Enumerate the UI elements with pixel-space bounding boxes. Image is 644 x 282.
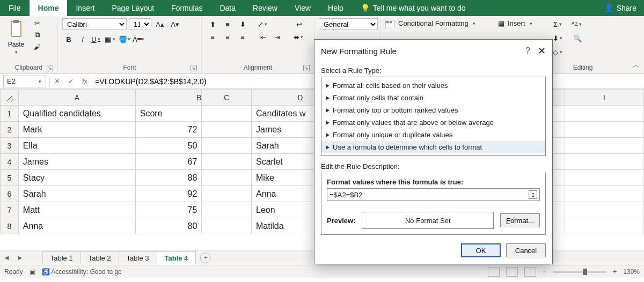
rule-type-list[interactable]: Format all cells based on their values F…: [321, 77, 546, 156]
find-select-button[interactable]: 🔍: [570, 32, 585, 44]
cancel-formula-button[interactable]: ✕: [50, 77, 64, 85]
status-ready: Ready: [4, 268, 23, 276]
tab-review[interactable]: Review: [244, 0, 286, 16]
sheet-tab-4[interactable]: Table 4: [157, 251, 196, 265]
sheet-tab-1[interactable]: Table 1: [42, 251, 81, 264]
cancel-button[interactable]: Cancel: [506, 243, 546, 257]
menu-tabs: File Home Insert Page Layout Formulas Da…: [0, 0, 644, 16]
copy-button[interactable]: ⧉: [31, 30, 43, 40]
zoom-out-button[interactable]: −: [543, 268, 546, 276]
font-launcher[interactable]: ↘: [191, 65, 197, 71]
alignment-group-label: Alignment: [244, 64, 272, 71]
view-normal-button[interactable]: [488, 267, 500, 277]
cells-insert-button[interactable]: ▦ Insert▾: [498, 19, 541, 27]
align-middle-button[interactable]: ≡: [221, 18, 234, 30]
tab-formulas[interactable]: Formulas: [163, 0, 211, 16]
orientation-button[interactable]: ⤢▾: [257, 18, 269, 30]
cut-button[interactable]: ✂: [31, 18, 43, 28]
tab-page-layout[interactable]: Page Layout: [103, 0, 163, 16]
rule-formula-input[interactable]: =$A2=$B2 ↥: [327, 188, 540, 201]
share-button[interactable]: 👤Share: [597, 0, 644, 16]
align-top-button[interactable]: ⬆: [206, 18, 219, 30]
tab-help[interactable]: Help: [319, 0, 352, 16]
conditional-formatting-button[interactable]: Conditional Formatting▾: [385, 19, 489, 27]
tab-data[interactable]: Data: [211, 0, 244, 16]
zoom-in-button[interactable]: +: [613, 268, 617, 276]
increase-font-button[interactable]: A▴: [153, 18, 166, 30]
sheet-nav-next[interactable]: ►: [13, 254, 27, 262]
tab-insert[interactable]: Insert: [67, 0, 103, 16]
new-sheet-button[interactable]: +: [200, 253, 211, 263]
autosum-button[interactable]: Σ▾: [550, 18, 567, 30]
font-group-label: Font: [123, 64, 136, 71]
zoom-slider[interactable]: [553, 271, 606, 273]
record-macro-icon[interactable]: ▣: [30, 268, 35, 276]
arrow-icon: [326, 96, 330, 100]
rule-type-item[interactable]: Format only values that are above or bel…: [321, 116, 545, 129]
bold-button[interactable]: B: [62, 33, 75, 45]
paste-button[interactable]: Paste ▾: [4, 18, 28, 55]
col-header-A[interactable]: A: [18, 90, 135, 106]
enter-formula-button[interactable]: ✓: [64, 77, 78, 85]
view-page-break-button[interactable]: [524, 267, 536, 277]
increase-indent-button[interactable]: ⇥: [270, 31, 283, 43]
font-name-select[interactable]: Calibri: [62, 18, 127, 30]
rule-type-item[interactable]: Format all cells based on their values: [321, 79, 545, 92]
col-header-I[interactable]: I: [565, 90, 643, 106]
name-box[interactable]: E2▾: [3, 76, 46, 87]
sheet-nav-prev[interactable]: ◄: [0, 254, 13, 262]
alignment-launcher[interactable]: ↘: [303, 65, 310, 71]
align-bottom-button[interactable]: ⬇: [236, 18, 249, 30]
view-page-layout-button[interactable]: [506, 267, 518, 277]
status-bar: Ready ▣ ♿ Accessibility: Good to go − + …: [0, 265, 644, 278]
align-center-button[interactable]: ≡: [221, 31, 234, 43]
underline-button[interactable]: U▾: [90, 33, 103, 45]
clipboard-group-label: Clipboard: [15, 64, 42, 71]
svg-rect-1: [13, 20, 19, 23]
clipboard-launcher[interactable]: ↘: [47, 65, 53, 71]
rule-type-item[interactable]: Format only top or bottom ranked values: [321, 104, 545, 116]
arrow-icon: [326, 108, 330, 113]
sort-filter-button[interactable]: ᴬZ▾: [570, 18, 585, 30]
dialog-help-button[interactable]: ?: [525, 46, 530, 56]
col-header-C[interactable]: C: [202, 90, 252, 106]
decrease-indent-button[interactable]: ⇤: [257, 31, 269, 43]
fx-button[interactable]: fx: [78, 77, 92, 85]
tab-file[interactable]: File: [0, 0, 30, 16]
align-left-button[interactable]: ≡: [206, 31, 219, 43]
select-all-corner[interactable]: ◿: [1, 90, 19, 106]
font-color-button[interactable]: A▾: [132, 33, 145, 45]
range-picker-button[interactable]: ↥: [529, 190, 537, 199]
align-right-button[interactable]: ≡: [236, 31, 249, 43]
wrap-text-button[interactable]: ↩: [290, 18, 308, 30]
dialog-close-button[interactable]: ✕: [538, 45, 546, 57]
number-format-select[interactable]: General: [319, 18, 378, 30]
insert-cells-icon: ▦: [498, 19, 504, 27]
ok-button[interactable]: OK: [461, 243, 501, 257]
tab-view[interactable]: View: [286, 0, 319, 16]
format-button[interactable]: Format...: [500, 213, 540, 227]
font-size-select[interactable]: 11: [129, 18, 151, 30]
col-header-B[interactable]: B: [135, 90, 202, 106]
border-button[interactable]: ▦▾: [104, 33, 117, 45]
collapse-ribbon-button[interactable]: ︿: [632, 61, 640, 70]
edit-rule-desc-label: Edit the Rule Description:: [321, 162, 546, 170]
merge-center-button[interactable]: ⬌▾: [290, 31, 308, 43]
svg-rect-3: [386, 21, 389, 23]
rule-type-item[interactable]: Format only cells that contain: [321, 92, 545, 104]
tab-home[interactable]: Home: [30, 0, 68, 16]
rule-type-item-selected[interactable]: Use a formula to determine which cells t…: [321, 141, 545, 153]
sheet-tab-3[interactable]: Table 3: [119, 251, 157, 264]
format-painter-button[interactable]: 🖌: [31, 42, 43, 51]
italic-button[interactable]: I: [76, 33, 89, 45]
arrow-icon: [326, 84, 330, 88]
rule-type-item[interactable]: Format only unique or duplicate values: [321, 129, 545, 141]
clipboard-icon: [7, 18, 25, 40]
decrease-font-button[interactable]: A▾: [169, 18, 181, 30]
accessibility-status[interactable]: ♿ Accessibility: Good to go: [42, 268, 122, 276]
preview-label: Preview:: [327, 217, 355, 225]
zoom-level[interactable]: 130%: [623, 268, 640, 276]
sheet-tab-2[interactable]: Table 2: [80, 251, 119, 264]
tell-me[interactable]: 💡Tell me what you want to do: [352, 0, 474, 16]
fill-color-button[interactable]: 🪣▾: [118, 33, 131, 45]
